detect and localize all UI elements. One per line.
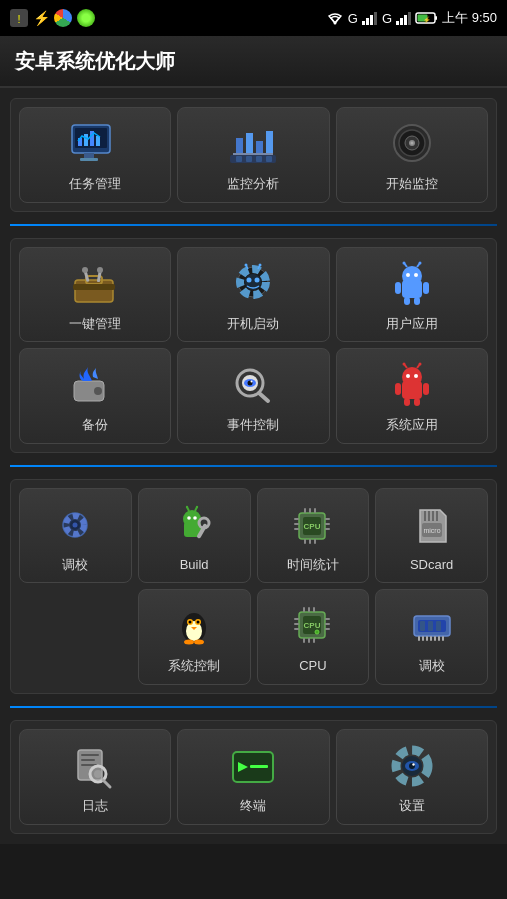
- tiao-jiao-cell[interactable]: 调校: [19, 488, 132, 584]
- event-control-cell[interactable]: 事件控制: [177, 348, 329, 444]
- svg-text:CPU: CPU: [303, 621, 320, 630]
- svg-rect-22: [84, 153, 94, 158]
- svg-line-74: [259, 393, 268, 401]
- tiao-jiao-label: 调校: [62, 557, 88, 573]
- time-stat-cell[interactable]: CPU: [257, 488, 370, 584]
- log-cell[interactable]: 日志: [19, 729, 171, 825]
- settings-cell[interactable]: 设置: [336, 729, 488, 825]
- svg-rect-9: [400, 18, 403, 25]
- svg-rect-64: [423, 282, 429, 294]
- user-app-cell[interactable]: 用户应用: [336, 247, 488, 343]
- svg-point-77: [406, 374, 410, 378]
- section-1: 任务管理: [10, 98, 497, 212]
- event-control-label: 事件控制: [227, 417, 279, 433]
- svg-rect-32: [256, 156, 262, 162]
- svg-point-38: [410, 142, 413, 145]
- svg-rect-155: [434, 636, 436, 641]
- svg-rect-6: [370, 15, 373, 25]
- svg-rect-13: [435, 16, 437, 20]
- svg-text:CPU: CPU: [303, 522, 320, 531]
- status-icons-left: ! ⚡: [10, 9, 95, 27]
- svg-point-145: [315, 630, 319, 634]
- svg-rect-76: [402, 381, 422, 399]
- svg-rect-148: [420, 621, 425, 631]
- battery-icon: ⚡: [416, 12, 438, 24]
- svg-point-163: [94, 770, 102, 778]
- log-label: 日志: [82, 798, 108, 814]
- one-key-icon: [69, 258, 121, 310]
- svg-rect-66: [414, 297, 420, 305]
- cpu-cell[interactable]: CPU: [257, 589, 370, 685]
- section-3: 调校: [10, 479, 497, 694]
- sys-control-cell[interactable]: 系统控制: [138, 589, 251, 685]
- section-3-row2: 系统控制 CPU: [19, 589, 488, 685]
- svg-point-127: [197, 621, 200, 624]
- one-key-cell[interactable]: 一键管理: [19, 247, 171, 343]
- svg-rect-135: [294, 628, 299, 630]
- sdcard-cell[interactable]: micro SDcard: [375, 488, 488, 584]
- svg-point-60: [402, 261, 405, 264]
- terminal-cell[interactable]: 终端: [177, 729, 329, 825]
- section-1-grid: 任务管理: [19, 107, 488, 203]
- svg-rect-144: [313, 638, 315, 643]
- svg-rect-11: [408, 12, 411, 25]
- boot-start-cell[interactable]: 开机启动: [177, 247, 329, 343]
- start-monitor-icon: [386, 118, 438, 170]
- sys-app-cell[interactable]: 系统应用: [336, 348, 488, 444]
- divider-1: [10, 224, 497, 226]
- svg-rect-105: [294, 523, 299, 525]
- user-app-icon: [386, 258, 438, 310]
- svg-rect-106: [294, 528, 299, 530]
- log-icon: [69, 740, 121, 792]
- svg-rect-115: [314, 539, 316, 544]
- svg-rect-112: [314, 508, 316, 513]
- svg-rect-111: [309, 508, 311, 513]
- svg-point-129: [194, 640, 204, 645]
- tiao-jiao2-label: 调校: [419, 658, 445, 674]
- svg-rect-159: [81, 754, 99, 756]
- svg-rect-4: [362, 21, 365, 25]
- sys-control-label: 系统控制: [168, 658, 220, 674]
- svg-rect-84: [423, 383, 429, 395]
- svg-text:⚡: ⚡: [423, 16, 431, 24]
- build-cell[interactable]: Build: [138, 488, 251, 584]
- svg-rect-118: [432, 511, 434, 521]
- svg-point-100: [199, 518, 209, 528]
- main-content: 任务管理: [0, 88, 507, 844]
- tiao-jiao2-cell[interactable]: 调校: [375, 589, 488, 685]
- svg-point-126: [189, 621, 192, 624]
- svg-rect-138: [325, 628, 330, 630]
- svg-rect-160: [81, 759, 95, 761]
- task-manager-cell[interactable]: 任务管理: [19, 107, 171, 203]
- svg-rect-107: [325, 518, 330, 520]
- start-monitor-label: 开始监控: [386, 176, 438, 192]
- signal-g2: G: [382, 11, 392, 26]
- svg-point-45: [97, 267, 103, 273]
- backup-cell[interactable]: 备份: [19, 348, 171, 444]
- svg-rect-25: [236, 138, 243, 153]
- divider-2: [10, 465, 497, 467]
- sdcard-icon: micro: [406, 499, 458, 551]
- svg-rect-114: [309, 539, 311, 544]
- svg-rect-27: [256, 141, 263, 153]
- sys-app-icon: [386, 359, 438, 411]
- usb-icon: ⚡: [33, 9, 49, 27]
- svg-rect-156: [438, 636, 440, 641]
- section-4-grid: 日志 终端: [19, 729, 488, 825]
- svg-rect-63: [395, 282, 401, 294]
- svg-rect-28: [266, 131, 273, 153]
- monitor-analysis-cell[interactable]: 监控分析: [177, 107, 329, 203]
- svg-rect-10: [404, 15, 407, 25]
- task-manager-label: 任务管理: [69, 176, 121, 192]
- svg-rect-41: [73, 284, 115, 290]
- signal-bars-1: [362, 11, 378, 25]
- svg-rect-133: [294, 618, 299, 620]
- svg-rect-86: [414, 398, 420, 406]
- svg-point-54: [259, 263, 262, 266]
- svg-rect-31: [246, 156, 252, 162]
- svg-point-90: [73, 522, 78, 527]
- warning-icon: !: [10, 9, 28, 27]
- svg-rect-142: [303, 638, 305, 643]
- start-monitor-cell[interactable]: 开始监控: [336, 107, 488, 203]
- build-label: Build: [180, 557, 209, 573]
